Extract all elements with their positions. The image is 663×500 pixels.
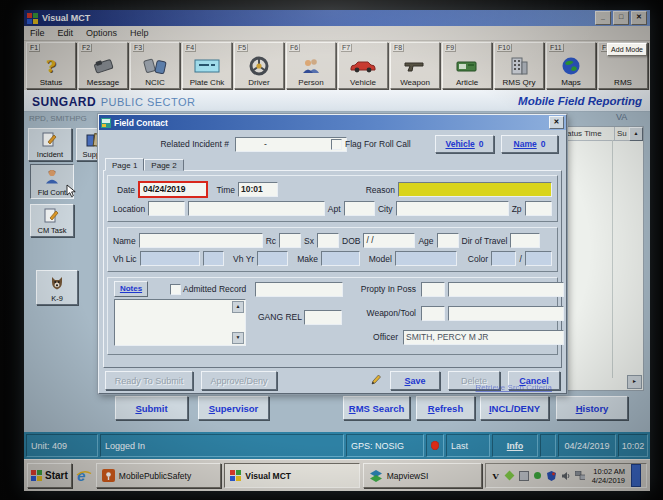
toolbar-message-button[interactable]: F2 Message (78, 42, 128, 89)
start-button[interactable]: Start (27, 463, 72, 488)
gang-rel-input[interactable] (304, 310, 342, 325)
admitted-record-checkbox[interactable] (170, 284, 181, 295)
vehicle-count-button[interactable]: Vehicle0 (435, 135, 494, 153)
dir-of-travel-input[interactable] (510, 233, 540, 248)
incl-deny-button[interactable]: INCL/DENY (480, 396, 549, 420)
login-status: Logged In (100, 434, 344, 457)
make-input[interactable] (321, 251, 360, 266)
tray-network-icon[interactable] (575, 471, 585, 481)
page-tabs: Page 1 Page 2 (105, 158, 566, 171)
menu-edit[interactable]: Edit (58, 28, 74, 38)
supervisor-button[interactable]: Supervisor (198, 396, 269, 420)
notes-textarea[interactable]: ▲ ▼ (114, 299, 246, 346)
toolbar-maps-button[interactable]: F11 Maps (546, 42, 596, 89)
building-icon (509, 54, 529, 78)
zip-input[interactable] (525, 201, 552, 216)
name-count-button[interactable]: Name0 (501, 135, 558, 153)
tray-v-icon[interactable]: V (491, 471, 501, 481)
scroll-up-button[interactable]: ▲ (629, 127, 643, 141)
vh-lic-state-input[interactable] (203, 251, 224, 266)
property-code-input[interactable] (421, 282, 445, 297)
age-input[interactable] (437, 233, 459, 248)
fkey-label: F3 (133, 44, 144, 52)
menu-options[interactable]: Options (86, 28, 117, 38)
time-input[interactable]: 10:01 (238, 182, 278, 197)
tray-green-diamond-icon[interactable] (505, 471, 515, 481)
vh-yr-input[interactable] (257, 251, 288, 266)
history-button[interactable]: History (556, 396, 628, 420)
dialog-close-icon[interactable]: ✕ (549, 116, 564, 129)
approve-deny-button[interactable]: Approve/Deny (201, 371, 277, 390)
taskbar-app-visual-mct[interactable]: Visual MCT (224, 463, 359, 488)
officer-input[interactable]: SMITH, PERCY M JR (403, 330, 564, 345)
show-desktop-icon[interactable] (631, 464, 641, 487)
maximize-button[interactable]: □ (613, 11, 629, 25)
toolbar-rms-button[interactable]: F12 Add Mode RMS (598, 42, 648, 89)
notes-scroll-up-icon[interactable]: ▲ (232, 301, 244, 313)
tray-shield-icon[interactable] (547, 471, 557, 481)
handheld-devices-icon (143, 54, 167, 78)
vh-lic-input[interactable] (140, 251, 200, 266)
taskbar-app-label: MapviewSI (387, 471, 429, 481)
info-link[interactable]: Info (492, 434, 538, 457)
toolbar-vehicle-button[interactable]: F7 Vehicle (338, 42, 388, 89)
taskbar-app-mapviewsi[interactable]: MapviewSI (363, 463, 482, 488)
toolbar-ncic-button[interactable]: F3 NCIC (130, 42, 180, 89)
sidebar-item-cm-task[interactable]: CM Task (30, 204, 74, 237)
fkey-label: F8 (393, 44, 404, 52)
sx-input[interactable] (317, 233, 339, 248)
notes-button[interactable]: Notes (114, 281, 148, 297)
apt-input[interactable] (344, 201, 375, 216)
rms-search-button[interactable]: RMS Search (343, 396, 410, 420)
toolbar-driver-button[interactable]: F5 Driver (234, 42, 284, 89)
internet-explorer-icon[interactable]: e (75, 464, 93, 487)
sidebar-item-incident[interactable]: Incident (28, 128, 72, 161)
toolbar-article-button[interactable]: F9 Article (442, 42, 492, 89)
sidebar-item-k9[interactable]: K-9 (36, 270, 78, 305)
city-input[interactable] (396, 201, 509, 216)
tab-page-1[interactable]: Page 1 (105, 158, 144, 171)
color-secondary-input[interactable] (525, 251, 552, 266)
notes-scroll-down-icon[interactable]: ▼ (232, 332, 244, 344)
weapon-input[interactable] (448, 306, 564, 321)
property-input[interactable] (448, 282, 564, 297)
toolbar-status-button[interactable]: F1 ? Status (26, 42, 76, 89)
minimize-button[interactable]: _ (595, 11, 611, 25)
reason-input[interactable] (398, 182, 552, 197)
scroll-right-button[interactable]: ► (627, 375, 642, 389)
model-input[interactable] (395, 251, 457, 266)
refresh-button[interactable]: Refresh (416, 396, 475, 420)
toolbar-platechk-button[interactable]: F4 Plate Chk (182, 42, 232, 89)
color-primary-input[interactable] (491, 251, 516, 266)
admitted-record-input[interactable] (255, 282, 343, 297)
taskbar-app-mobilepublicsafety[interactable]: MobilePublicSafety (96, 463, 222, 488)
sidebar-item-field-contact[interactable]: Fld Cont (30, 164, 74, 199)
name-input[interactable] (139, 233, 263, 248)
dob-input[interactable]: / / (363, 233, 415, 248)
toolbar-person-button[interactable]: F6 Person (286, 42, 336, 89)
toolbar-button-label: Status (40, 78, 63, 87)
cm-task-icon (44, 205, 60, 226)
date-input[interactable]: 04/24/2019 (138, 181, 208, 198)
dialog-icon (101, 118, 111, 128)
add-mode-button[interactable]: Add Mode (607, 43, 647, 56)
menu-file[interactable]: File (30, 28, 45, 38)
flag-for-roll-call-checkbox[interactable] (331, 139, 342, 150)
close-button[interactable]: ✕ (631, 11, 647, 25)
ready-to-submit-button[interactable]: Ready To Submit (105, 371, 193, 390)
tray-volume-icon[interactable] (561, 471, 571, 481)
rc-input[interactable] (279, 233, 301, 248)
toolbar-weapon-button[interactable]: F8 Weapon (390, 42, 440, 89)
location-street-input[interactable] (188, 201, 325, 216)
submit-button[interactable]: Submit (115, 396, 188, 420)
location-code-input[interactable] (148, 201, 185, 216)
tab-page-2[interactable]: Page 2 (144, 159, 183, 171)
ghost-link[interactable]: Retrieve Srch Criteria (476, 383, 552, 392)
tray-green-status-icon[interactable] (533, 471, 543, 481)
toolbar-rmsqry-button[interactable]: F10 RMS Qry (494, 42, 544, 89)
save-button[interactable]: Save (390, 371, 440, 390)
tray-gray-app-icon[interactable] (519, 471, 529, 481)
incident-icon (42, 129, 58, 150)
menu-help[interactable]: Help (130, 28, 149, 38)
weapon-code-input[interactable] (421, 306, 445, 321)
